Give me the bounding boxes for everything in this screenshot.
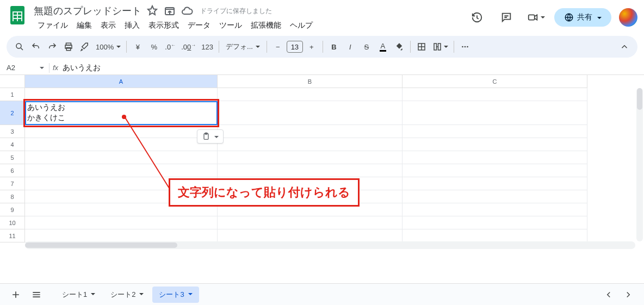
doc-title[interactable]: 無題のスプレッドシート	[34, 4, 141, 17]
cell-B11[interactable]	[218, 229, 403, 242]
sheet-tab-シート3[interactable]: シート3	[152, 287, 199, 303]
comment-icon[interactable]	[496, 7, 517, 28]
cell-B2[interactable]	[218, 101, 403, 125]
cell-B6[interactable]	[218, 164, 403, 177]
font-size-increase[interactable]: +	[304, 39, 319, 54]
history-icon[interactable]	[466, 7, 488, 28]
share-button[interactable]: 共有	[554, 8, 611, 27]
font-select[interactable]: デフォ...	[222, 39, 263, 54]
row-header-1[interactable]: 1	[0, 88, 25, 101]
more-toolbar-icon[interactable]	[457, 39, 473, 54]
cell-A10[interactable]	[25, 216, 218, 229]
menu-表示[interactable]: 表示	[97, 18, 120, 33]
row-header-2[interactable]: 2	[0, 101, 25, 125]
cell-A2[interactable]: あいうえお かきくけこ	[25, 101, 218, 125]
sheet-tab-dropdown-icon[interactable]	[138, 291, 144, 297]
cell-C5[interactable]	[403, 151, 587, 164]
cell-B5[interactable]	[218, 151, 403, 164]
cell-B10[interactable]	[218, 216, 403, 229]
select-all-corner[interactable]	[0, 75, 25, 88]
sheet-tab-dropdown-icon[interactable]	[187, 291, 193, 297]
meet-icon[interactable]	[525, 7, 547, 28]
menu-ヘルプ[interactable]: ヘルプ	[286, 18, 317, 33]
cell-C10[interactable]	[403, 216, 587, 229]
paste-options-button[interactable]	[197, 129, 224, 144]
currency-button[interactable]: ¥	[130, 39, 145, 54]
print-icon[interactable]	[61, 39, 76, 54]
bold-button[interactable]: B	[326, 39, 342, 54]
row-header-9[interactable]: 9	[0, 203, 25, 216]
decrease-decimal-button[interactable]: .0←	[163, 39, 178, 54]
cell-C6[interactable]	[403, 164, 587, 177]
horizontal-scrollbar[interactable]	[25, 241, 635, 249]
collapse-toolbar-icon[interactable]	[617, 39, 632, 54]
cell-A6[interactable]	[25, 164, 218, 177]
sheet-tab-シート1[interactable]: シート1	[55, 287, 102, 303]
row-header-6[interactable]: 6	[0, 164, 25, 177]
move-icon[interactable]	[163, 4, 176, 17]
menu-データ[interactable]: データ	[184, 18, 214, 33]
add-sheet-button[interactable]	[8, 287, 24, 303]
sheets-logo[interactable]	[7, 4, 28, 26]
column-header-C[interactable]: C	[403, 75, 587, 88]
fill-color-button[interactable]	[392, 39, 407, 54]
sheet-nav-left-icon[interactable]	[600, 287, 617, 303]
text-color-button[interactable]: A	[375, 39, 391, 54]
cell-A1[interactable]	[25, 88, 218, 101]
menu-表示形式[interactable]: 表示形式	[145, 18, 183, 33]
merge-button[interactable]	[430, 39, 450, 54]
sheet-tab-シート2[interactable]: シート2	[104, 287, 150, 303]
cell-A5[interactable]	[25, 151, 218, 164]
cell-C11[interactable]	[403, 229, 587, 242]
cell-C4[interactable]	[403, 138, 587, 151]
row-header-11[interactable]: 11	[0, 229, 25, 242]
row-header-4[interactable]: 4	[0, 138, 25, 151]
row-header-3[interactable]: 3	[0, 125, 25, 138]
strike-button[interactable]: S	[359, 39, 374, 54]
cell-C8[interactable]	[403, 190, 587, 203]
name-box-dropdown-icon[interactable]	[36, 64, 46, 72]
all-sheets-button[interactable]	[28, 287, 45, 303]
cell-A3[interactable]	[25, 125, 218, 138]
menu-挿入[interactable]: 挿入	[121, 18, 144, 33]
cell-C2[interactable]	[403, 101, 587, 125]
font-size-decrease[interactable]: −	[270, 39, 286, 54]
font-size-input[interactable]: 13	[287, 41, 303, 53]
cell-C9[interactable]	[403, 203, 587, 216]
menu-ツール[interactable]: ツール	[215, 18, 246, 33]
cell-C1[interactable]	[403, 88, 587, 101]
name-box[interactable]: A2	[4, 63, 36, 73]
column-header-A[interactable]: A	[25, 75, 218, 88]
more-formats-button[interactable]: 123	[199, 39, 215, 54]
cloud-icon[interactable]	[181, 4, 194, 17]
paint-format-icon[interactable]	[77, 39, 92, 54]
percent-button[interactable]: %	[146, 39, 162, 54]
cell-C7[interactable]	[403, 177, 587, 190]
cell-B1[interactable]	[218, 88, 403, 101]
formula-input[interactable]: あいうえお	[63, 63, 644, 73]
zoom-select[interactable]: 100%	[94, 39, 123, 54]
account-avatar[interactable]	[619, 8, 637, 27]
row-header-8[interactable]: 8	[0, 190, 25, 203]
row-header-10[interactable]: 10	[0, 216, 25, 229]
row-header-7[interactable]: 7	[0, 177, 25, 190]
cell-C3[interactable]	[403, 125, 587, 138]
vertical-scrollbar[interactable]	[636, 88, 643, 241]
italic-button[interactable]: I	[343, 39, 358, 54]
menu-編集[interactable]: 編集	[73, 18, 96, 33]
column-header-B[interactable]: B	[218, 75, 403, 88]
spreadsheet-grid[interactable]: ABC 1234567891011 あいうえお かきくけこ 文字列になって貼り付…	[0, 75, 644, 271]
borders-button[interactable]	[414, 39, 429, 54]
increase-decimal-button[interactable]: .00→	[179, 39, 198, 54]
undo-icon[interactable]	[28, 39, 44, 54]
cell-A11[interactable]	[25, 229, 218, 242]
cell-B3[interactable]	[218, 125, 403, 138]
cell-A4[interactable]	[25, 138, 218, 151]
sheet-nav-right-icon[interactable]	[620, 287, 636, 303]
row-header-5[interactable]: 5	[0, 151, 25, 164]
cell-B4[interactable]	[218, 138, 403, 151]
star-icon[interactable]	[146, 4, 159, 17]
menu-ファイル[interactable]: ファイル	[34, 18, 72, 33]
redo-icon[interactable]	[45, 39, 60, 54]
search-menus-icon[interactable]	[12, 39, 27, 54]
